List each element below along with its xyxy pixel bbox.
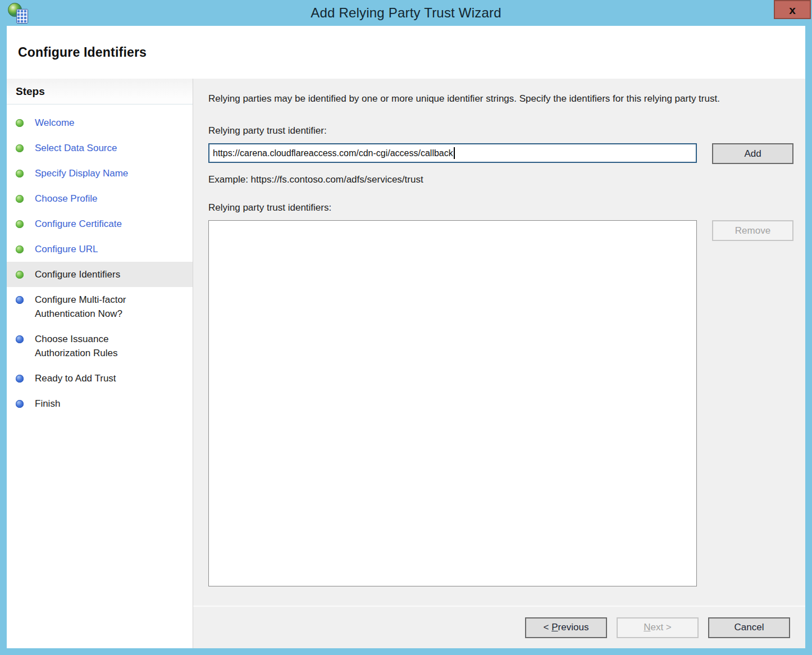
window-title: Add Relying Party Trust Wizard	[0, 0, 812, 26]
next-button[interactable]: Next >	[617, 617, 699, 638]
title-bar: Add Relying Party Trust Wizard x	[0, 0, 812, 26]
window-body: Configure Identifiers Steps Welcome Sele…	[7, 26, 805, 648]
step-completed-dot-icon	[16, 245, 24, 253]
wizard-window: Add Relying Party Trust Wizard x Configu…	[0, 0, 812, 655]
sidebar-item-ready-to-add-trust[interactable]: Ready to Add Trust	[7, 366, 193, 391]
sidebar-item-welcome[interactable]: Welcome	[7, 110, 193, 135]
step-completed-dot-icon	[16, 170, 24, 178]
sidebar-item-select-data-source[interactable]: Select Data Source	[7, 135, 193, 161]
step-completed-dot-icon	[16, 119, 24, 127]
step-completed-dot-icon	[16, 271, 24, 279]
step-pending-dot-icon	[16, 335, 24, 343]
step-pending-dot-icon	[16, 400, 24, 408]
footer-bar: < Previous Next > Cancel	[193, 606, 805, 648]
steps-heading: Steps	[7, 79, 193, 104]
identifiers-list-label: Relying party trust identifiers:	[208, 202, 793, 213]
sidebar-item-configure-certificate[interactable]: Configure Certificate	[7, 211, 193, 236]
step-completed-dot-icon	[16, 220, 24, 228]
page-description: Relying parties may be identified by one…	[208, 92, 787, 106]
sidebar-item-choose-profile[interactable]: Choose Profile	[7, 186, 193, 211]
identifier-field-label: Relying party trust identifier:	[208, 125, 793, 137]
cancel-button[interactable]: Cancel	[708, 617, 790, 638]
step-pending-dot-icon	[16, 296, 24, 304]
page-title: Configure Identifiers	[18, 45, 147, 60]
sidebar-item-configure-mfa[interactable]: Configure Multi-factor Authentication No…	[7, 287, 193, 326]
identifier-input[interactable]: https://carena.cloudflareaccess.com/cdn-…	[208, 143, 697, 163]
previous-button[interactable]: < Previous	[525, 617, 607, 638]
sidebar-item-specify-display-name[interactable]: Specify Display Name	[7, 161, 193, 186]
example-text: Example: https://fs.contoso.com/adfs/ser…	[208, 174, 793, 185]
sidebar-item-configure-identifiers[interactable]: Configure Identifiers	[7, 262, 193, 287]
add-button[interactable]: Add	[712, 143, 793, 164]
step-completed-dot-icon	[16, 195, 24, 203]
steps-list: Welcome Select Data Source Specify Displ…	[7, 110, 193, 416]
close-button[interactable]: x	[774, 0, 811, 19]
step-completed-dot-icon	[16, 144, 24, 152]
identifier-input-value: https://carena.cloudflareaccess.com/cdn-…	[213, 148, 453, 158]
sidebar-item-choose-issuance-rules[interactable]: Choose Issuance Authorization Rules	[7, 326, 193, 366]
main-pane: Relying parties may be identified by one…	[193, 79, 805, 648]
steps-sidebar: Steps Welcome Select Data Source Specify…	[7, 79, 193, 648]
step-pending-dot-icon	[16, 375, 24, 383]
sidebar-item-finish[interactable]: Finish	[7, 391, 193, 416]
text-caret	[454, 147, 455, 159]
sidebar-item-configure-url[interactable]: Configure URL	[7, 236, 193, 262]
identifiers-listbox[interactable]	[208, 220, 697, 586]
page-header: Configure Identifiers	[7, 26, 805, 79]
remove-button[interactable]: Remove	[712, 220, 793, 241]
